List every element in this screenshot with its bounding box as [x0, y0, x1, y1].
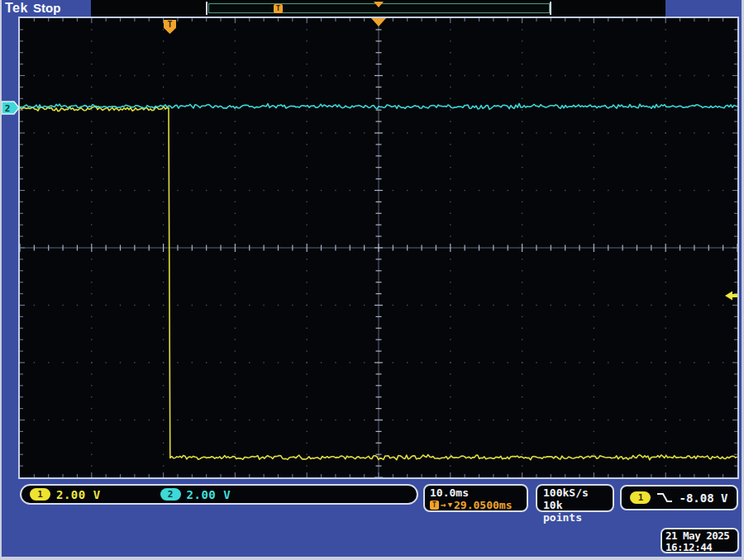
- trigger-delay-row: T → ▼ 29.0500ms: [430, 499, 522, 511]
- sample-rate: 100kS/s: [543, 486, 607, 499]
- ch2-marker-label: 2: [5, 103, 11, 114]
- record-length: 10k points: [543, 499, 607, 524]
- timebase-readout: 10.0ms T → ▼ 29.0500ms: [423, 484, 528, 512]
- acquisition-readout: 100kS/s 10k points: [536, 484, 614, 512]
- trigger-source-badge: 1: [630, 491, 651, 504]
- channel-scale-readout: 1 2.00 V 2 2.00 V: [20, 484, 418, 505]
- record-expansion-point-icon: [374, 2, 384, 7]
- display-screen: T: [18, 17, 739, 479]
- ch1-scale: 2.00 V: [56, 488, 101, 501]
- ch1-badge: 1: [30, 488, 50, 501]
- trigger-level-arrow-icon: [724, 290, 738, 301]
- time-value: 16:12:44: [665, 542, 734, 553]
- brand-logo: Tek: [5, 1, 28, 16]
- acquisition-status: Stop: [33, 1, 60, 15]
- date-value: 21 May 2025: [665, 530, 734, 542]
- trigger-readout: 1 -8.08 V: [620, 485, 738, 510]
- delay-arrow-icon: →: [441, 499, 446, 511]
- oscilloscope-display: Tek Stop T T 2 1 2.00 V 2 2.00 V 10.0ms …: [0, 0, 744, 560]
- expansion-point-marker-icon: [371, 18, 386, 26]
- record-window-bracket-left: [206, 2, 207, 15]
- timebase-value: 10.0ms: [430, 486, 522, 499]
- graticule-and-traces: [20, 18, 737, 477]
- record-window-bracket-right: [550, 2, 551, 15]
- ch2-position-marker: 2: [1, 99, 21, 116]
- ch2-badge: 2: [160, 488, 181, 501]
- trigger-level-value: -8.08 V: [679, 491, 727, 505]
- datetime-readout: 21 May 2025 16:12:44: [661, 528, 739, 553]
- record-trigger-position-icon: T: [274, 4, 283, 13]
- delay-marker-icon: ▼: [448, 499, 452, 511]
- falling-edge-icon: [656, 492, 673, 503]
- ch2-scale: 2.00 V: [187, 488, 231, 501]
- delay-trigger-icon: T: [430, 501, 439, 510]
- trigger-delay-value: 29.0500ms: [454, 499, 512, 511]
